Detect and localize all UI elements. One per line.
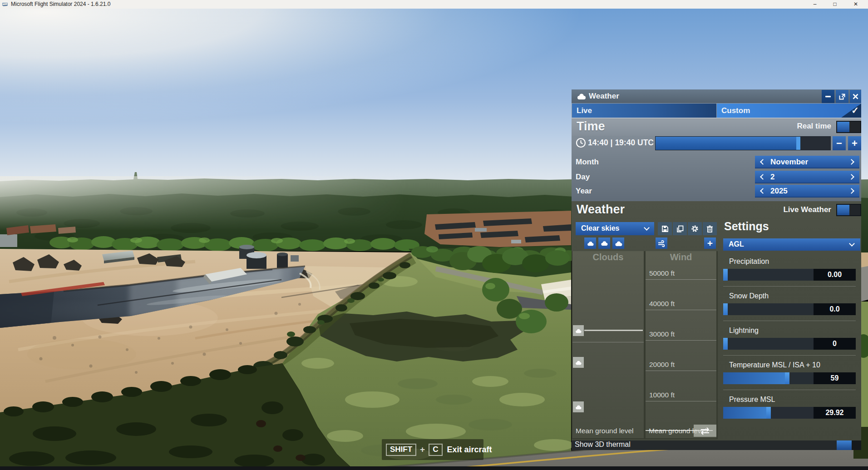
precipitation-knob[interactable] <box>723 269 728 281</box>
lightning-slider[interactable]: 0 <box>723 338 856 350</box>
temperature-slider[interactable]: 59 <box>723 372 856 384</box>
year-label: Year <box>576 187 592 196</box>
window-titlebar: Microsoft Flight Simulator 2024 - 1.6.21… <box>0 0 868 9</box>
month-next-icon[interactable] <box>848 159 854 165</box>
altitude-line <box>646 310 716 310</box>
snow-depth-slider[interactable]: 0.0 <box>723 303 856 315</box>
app-icon <box>2 1 8 7</box>
cloud-medium-icon <box>600 240 608 246</box>
settings-separator <box>723 355 856 356</box>
altitude-line <box>646 371 716 371</box>
day-prev-icon[interactable] <box>760 174 766 180</box>
real-time-toggle[interactable] <box>836 121 861 133</box>
pressure-slider[interactable]: 29.92 <box>723 407 856 419</box>
year-prev-icon[interactable] <box>760 188 766 194</box>
time-slider[interactable] <box>655 136 831 150</box>
time-increase-button[interactable]: + <box>848 136 861 150</box>
window-maximize-button[interactable]: □ <box>828 0 842 9</box>
cloud-small-icon <box>587 241 594 246</box>
tab-live[interactable]: Live <box>572 104 716 118</box>
cloud-layer-button-2[interactable] <box>598 237 610 249</box>
month-prev-icon[interactable] <box>760 159 766 165</box>
panel-header[interactable]: Weather <box>572 89 861 103</box>
time-row: 14:40 | 19:40 UTC − + <box>572 136 861 153</box>
wind-layer-button[interactable] <box>656 237 667 249</box>
hint-action-label: Exit aircraft <box>447 445 492 455</box>
lightning-value: 0 <box>814 338 856 350</box>
time-decrease-button[interactable]: − <box>833 136 846 150</box>
precipitation-value: 0.00 <box>814 269 856 281</box>
window-close-button[interactable]: ✕ <box>849 0 863 9</box>
add-layer-button[interactable]: + <box>704 237 716 249</box>
month-value: November <box>770 158 808 167</box>
live-weather-toggle[interactable] <box>836 204 861 216</box>
day-label: Day <box>576 173 590 182</box>
pressure-fill <box>723 407 766 419</box>
preset-delete-button[interactable] <box>703 222 717 235</box>
panel-title: Weather <box>589 92 619 101</box>
gear-icon <box>691 225 699 233</box>
preset-settings-button[interactable] <box>688 222 702 235</box>
pressure-value: 29.92 <box>814 407 856 419</box>
hint-key-c: C <box>429 444 442 456</box>
settings-heading: Settings <box>724 220 769 233</box>
cloud-handle-icon <box>575 328 582 333</box>
time-slider-knob[interactable] <box>796 137 800 150</box>
reference-value: AGL <box>729 240 744 248</box>
reference-dropdown[interactable]: AGL <box>723 238 860 251</box>
cloud-layer-button-1[interactable] <box>584 237 596 249</box>
tab-custom[interactable]: Custom ✓ <box>717 104 861 118</box>
real-time-toggle-knob <box>837 122 849 132</box>
real-time-label: Real time <box>797 122 831 131</box>
thermal-toggle[interactable] <box>837 440 861 450</box>
copy-icon <box>676 225 684 233</box>
temperature-knob[interactable] <box>785 372 789 384</box>
lightning-knob[interactable] <box>723 338 728 350</box>
time-slider-fill <box>656 137 796 150</box>
weather-panel: Weather Live Custom ✓ Time Real time <box>572 89 861 450</box>
reference-chevron-down-icon <box>849 241 855 247</box>
day-next-icon[interactable] <box>848 174 854 180</box>
weather-preset-dropdown[interactable]: Clear skies <box>576 222 654 235</box>
hint-plus: + <box>420 445 425 455</box>
thermal-label: Show 3D thermal <box>575 440 631 449</box>
clock-icon <box>576 138 586 148</box>
popout-icon <box>839 94 845 100</box>
weather-heading: Weather <box>577 203 625 217</box>
preset-save-button[interactable] <box>658 222 672 235</box>
altitude-line <box>646 279 716 280</box>
pressure-label: Pressure MSL <box>729 396 775 404</box>
temperature-label: Temperature MSL / ISA + 10 <box>729 361 820 369</box>
pressure-knob[interactable] <box>766 407 771 419</box>
hint-key-shift: SHIFT <box>386 444 416 456</box>
altitude-line <box>646 401 716 401</box>
tabs-separator <box>572 118 861 119</box>
month-stepper: November <box>755 156 859 168</box>
wind-layer-handle[interactable] <box>694 425 716 437</box>
precipitation-slider[interactable]: 0.00 <box>723 269 856 281</box>
settings-separator <box>723 390 856 390</box>
altitude-label-10000: 10000 ft <box>649 391 675 399</box>
cloud-layer-handle-3[interactable] <box>573 401 584 412</box>
tab-custom-label: Custom <box>721 106 750 115</box>
month-label: Month <box>576 158 599 167</box>
cloud-layer-handle-1[interactable] <box>573 325 584 336</box>
panel-close-button[interactable] <box>850 90 861 103</box>
cloud-layer-button-3[interactable] <box>612 237 624 249</box>
wind-column: Wind 50000 ft 40000 ft 30000 ft 20000 ft… <box>646 251 716 438</box>
wind-arrows-icon <box>699 426 711 435</box>
live-weather-label: Live Weather <box>783 205 831 214</box>
close-icon <box>853 94 858 99</box>
cloud-handle-icon <box>575 405 582 410</box>
lightning-label: Lightning <box>729 327 759 335</box>
cloud-layer-handle-2[interactable] <box>573 357 584 368</box>
preset-copy-button[interactable] <box>673 222 687 235</box>
year-next-icon[interactable] <box>848 188 854 194</box>
panel-popout-button[interactable] <box>836 90 848 103</box>
wind-icon <box>657 240 666 247</box>
panel-minimize-button[interactable] <box>822 90 834 103</box>
window-minimize-button[interactable]: – <box>808 0 822 9</box>
trash-icon <box>706 225 713 233</box>
preset-chevron-down-icon <box>644 225 650 231</box>
snow-depth-knob[interactable] <box>723 303 728 315</box>
